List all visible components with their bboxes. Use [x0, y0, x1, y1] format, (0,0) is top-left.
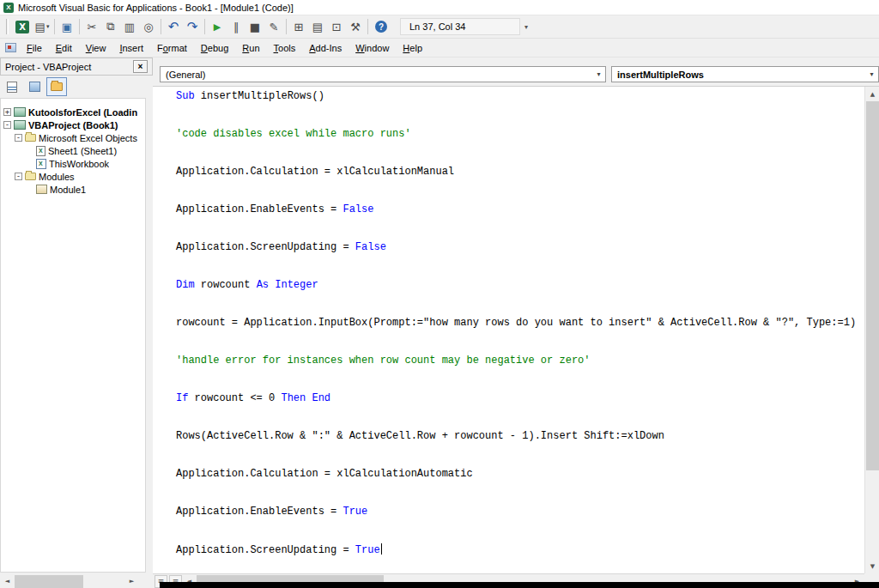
- save-button[interactable]: ▣: [58, 17, 76, 36]
- toolbar-separator: [79, 19, 80, 34]
- close-icon[interactable]: ×: [133, 60, 148, 73]
- collapse-icon[interactable]: -: [3, 121, 11, 129]
- module-window-icon[interactable]: [5, 43, 16, 52]
- scrollbar-track[interactable]: [83, 573, 124, 588]
- tree-item-kutoolsforexcel-loadin[interactable]: +KutoolsforExcel (Loadin: [1, 106, 145, 118]
- tree-item-label: Sheet1 (Sheet1): [48, 146, 117, 156]
- tree-item-sheet1-sheet1[interactable]: Sheet1 (Sheet1): [1, 144, 145, 157]
- code-line[interactable]: Rows(ActiveCell.Row & ":" & ActiveCell.R…: [176, 430, 864, 442]
- help-button[interactable]: ?: [375, 21, 387, 33]
- scrollbar-thumb[interactable]: [866, 101, 879, 470]
- menu-run[interactable]: Run: [235, 40, 266, 56]
- design-mode-button[interactable]: ✎: [264, 17, 283, 36]
- view-microsoft-excel-button[interactable]: X: [15, 21, 29, 33]
- code-line[interactable]: Application.ScreenUpdating = False: [176, 241, 864, 253]
- menu-format[interactable]: Format: [150, 40, 194, 56]
- cursor-position-indicator: Ln 37, Col 34: [400, 18, 520, 35]
- tree-item-microsoft-excel-objects[interactable]: -Microsoft Excel Objects: [1, 131, 145, 144]
- tree-item-label: Module1: [50, 185, 86, 195]
- menu-file[interactable]: File: [20, 40, 49, 56]
- folder-icon: [25, 173, 36, 180]
- code-line[interactable]: If rowcount <= 0 Then End: [176, 392, 864, 404]
- doc-code-icon: [7, 82, 17, 93]
- cut-button[interactable]: ✂: [82, 17, 101, 36]
- project-tree: +KutoolsforExcel (Loadin-VBAProject (Boo…: [0, 98, 146, 573]
- object-browser-button[interactable]: ⊡: [327, 17, 346, 36]
- view-object-button[interactable]: [24, 77, 45, 96]
- toolbar-separator: [204, 19, 205, 34]
- code-line[interactable]: 'code disables excel while macro runs': [176, 128, 864, 140]
- toolbar-separator: [367, 19, 368, 34]
- code-line[interactable]: Application.Calculation = xlCalculationM…: [176, 166, 864, 178]
- menu-window[interactable]: Window: [349, 40, 396, 56]
- view-code-button[interactable]: [2, 77, 22, 96]
- module-icon: [36, 185, 47, 194]
- copy-button[interactable]: ⧉: [101, 17, 120, 36]
- workbook-icon: [36, 159, 46, 169]
- project-explorer-panel: Project - VBAProject × +KutoolsforExcel …: [0, 58, 153, 588]
- scroll-left-icon[interactable]: ◄: [0, 573, 15, 588]
- toolbox-button[interactable]: ⚒: [346, 17, 365, 36]
- menu-help[interactable]: Help: [396, 40, 429, 56]
- folder-icon: [51, 82, 63, 91]
- undo-button[interactable]: ↶: [164, 17, 183, 36]
- redo-button[interactable]: ↷: [183, 17, 202, 36]
- toolbar-overflow-icon[interactable]: ▾: [524, 23, 528, 31]
- scrollbar-thumb[interactable]: [15, 575, 83, 588]
- code-window: (General) ▾ insertMultipleRows ▾ Sub ins…: [153, 58, 879, 588]
- scroll-up-icon[interactable]: ▲: [865, 87, 879, 101]
- menu-debug[interactable]: Debug: [194, 40, 235, 56]
- code-line[interactable]: Application.Calculation = xlCalculationA…: [176, 468, 864, 480]
- menu-bar: FileEditViewInsertFormatDebugRunToolsAdd…: [0, 39, 879, 58]
- collapse-icon[interactable]: -: [15, 134, 22, 142]
- toggle-folders-button[interactable]: [46, 77, 67, 96]
- code-line[interactable]: Application.EnableEvents = False: [176, 203, 864, 215]
- code-line[interactable]: 'handle error for instances when row cou…: [176, 355, 864, 367]
- procedure-dropdown[interactable]: insertMultipleRows ▾: [611, 66, 879, 82]
- project-explorer-button[interactable]: ⊞: [289, 17, 308, 36]
- tree-item-vbaproject-book1[interactable]: -VBAProject (Book1): [1, 118, 145, 131]
- code-line[interactable]: Application.EnableEvents = True: [176, 506, 864, 518]
- insert-userform-button[interactable]: ▤▾: [33, 17, 52, 36]
- menu-insert[interactable]: Insert: [112, 40, 150, 56]
- toolbar-grip[interactable]: [6, 19, 9, 34]
- code-editor[interactable]: Sub insertMultipleRows()'code disables e…: [153, 87, 864, 573]
- collapse-icon[interactable]: -: [15, 173, 22, 180]
- expand-icon[interactable]: +: [3, 108, 11, 116]
- reset-button[interactable]: ■: [246, 17, 264, 36]
- code-line[interactable]: rowcount = Application.InputBox(Prompt:=…: [176, 317, 864, 329]
- menu-add-ins[interactable]: Add-Ins: [302, 40, 349, 56]
- tree-item-module1[interactable]: Module1: [1, 183, 145, 196]
- toolbar-buttons: X▤▾▣✂⧉▥◎↶↷▶∥■✎⊞▤⊡⚒?: [12, 17, 391, 36]
- procedure-dropdown-value: insertMultipleRows: [617, 70, 704, 80]
- menu-tools[interactable]: Tools: [267, 40, 303, 56]
- window-title: Microsoft Visual Basic for Applications …: [18, 3, 294, 13]
- code-pane-header: (General) ▾ insertMultipleRows ▾: [160, 66, 879, 82]
- properties-window-button[interactable]: ▤: [308, 17, 327, 36]
- break-button[interactable]: ∥: [227, 17, 246, 36]
- code-line[interactable]: Application.ScreenUpdating = True: [176, 543, 864, 555]
- paste-button[interactable]: ▥: [120, 17, 139, 36]
- project-panel-title: Project - VBAProject: [5, 62, 91, 72]
- project-icon: [14, 107, 26, 117]
- scroll-right-icon[interactable]: ►: [124, 573, 139, 588]
- menu-view[interactable]: View: [79, 40, 113, 56]
- object-dropdown[interactable]: (General) ▾: [160, 66, 606, 82]
- toolbar-separator: [161, 19, 161, 34]
- tree-item-thisworkbook[interactable]: ThisWorkbook: [1, 157, 145, 170]
- title-bar: X Microsoft Visual Basic for Application…: [0, 0, 879, 15]
- code-line[interactable]: Sub insertMultipleRows(): [176, 90, 864, 102]
- vba-editor-window: X Microsoft Visual Basic for Application…: [0, 0, 879, 588]
- find-button[interactable]: ◎: [139, 17, 158, 36]
- tree-item-label: VBAProject (Book1): [28, 120, 118, 130]
- tree-item-modules[interactable]: -Modules: [1, 170, 145, 183]
- sheet-icon: [36, 146, 45, 156]
- code-vertical-scrollbar[interactable]: ▲ ▼: [864, 87, 879, 573]
- scroll-down-icon[interactable]: ▼: [865, 559, 879, 573]
- panel-splitter[interactable]: [146, 98, 153, 573]
- code-line[interactable]: Dim rowcount As Integer: [176, 279, 864, 291]
- menu-edit[interactable]: Edit: [49, 40, 79, 56]
- run-button[interactable]: ▶: [208, 17, 227, 36]
- background-window-strip: [160, 582, 879, 588]
- project-horizontal-scrollbar[interactable]: ◄ ►: [0, 573, 146, 588]
